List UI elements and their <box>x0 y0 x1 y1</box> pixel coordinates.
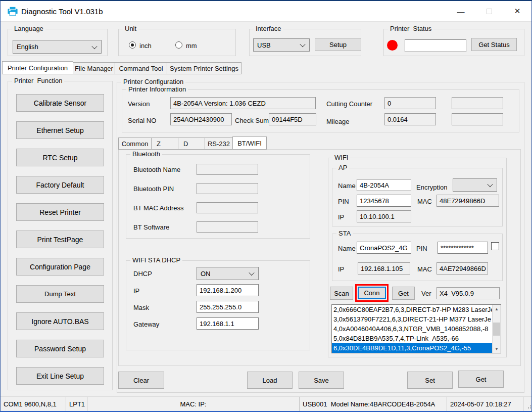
dhcp-mask-field[interactable]: 255.255.255.0 <box>197 301 259 313</box>
get-button-bottom[interactable]: Get <box>458 371 504 388</box>
ignore-autobas-button[interactable]: Ignore AUTO.BAS <box>16 312 104 330</box>
window-controls: — ✕ <box>447 1 531 21</box>
serial-no-label: Serial NO <box>128 117 156 124</box>
reset-printer-button[interactable]: Reset Printer <box>16 203 104 221</box>
scroll-up-icon[interactable]: ▲ <box>493 305 501 313</box>
subtab-btwifi[interactable]: BT/WIFI <box>232 136 267 150</box>
password-setup-button[interactable]: Password Setup <box>16 340 104 357</box>
list-item[interactable]: 2,0x666C80EAF2B7,6,3,DIRECT-b7-HP M283 L… <box>332 305 492 314</box>
chevron-down-icon <box>91 43 97 49</box>
bt-mac-address-label: BT MAC Address <box>133 204 183 212</box>
ethernet-setup-button[interactable]: Ethernet Setup <box>16 121 104 139</box>
get-button-wifi[interactable]: Get <box>392 287 415 300</box>
save-button[interactable]: Save <box>299 372 344 389</box>
wifi-scan-list: 2,0x666C80EAF2B7,6,3,DIRECT-b7-HP M283 L… <box>331 304 501 353</box>
language-select[interactable]: English <box>13 40 102 54</box>
sta-mac-label: MAC <box>417 265 432 273</box>
calibrate-sensor-button[interactable]: Calibrate Sensor <box>16 94 104 112</box>
conn-button[interactable]: Conn <box>358 287 386 299</box>
scan-button[interactable]: Scan <box>330 287 353 300</box>
printer-status-field[interactable] <box>405 39 466 52</box>
list-item[interactable]: 5,0x84D81BB9A535,7,4,TP-Link_A535,-66 <box>332 334 492 343</box>
subtab-common[interactable]: Common <box>118 138 152 150</box>
status-lpt: LPT1 <box>66 397 87 411</box>
status-indicator-icon <box>387 40 398 51</box>
printer-function-buttons: Calibrate Sensor Ethernet Setup RTC Setu… <box>8 81 112 390</box>
list-item[interactable]: 4,0xA0046040A406,6,3,NTGR_VMB_1406852088… <box>332 324 492 334</box>
close-button[interactable]: ✕ <box>503 1 531 21</box>
factory-default-button[interactable]: Factory Default <box>16 176 104 194</box>
minimize-button[interactable]: — <box>447 1 475 21</box>
serial-no-field: 254AOH2430900 <box>170 113 232 125</box>
printer-information-legend: Printer Infoormation <box>126 85 188 94</box>
status-grip-area <box>523 397 531 411</box>
ap-name-field[interactable]: 4B-2054A <box>357 179 411 191</box>
resize-grip[interactable] <box>528 403 529 404</box>
get-status-button[interactable]: Get Status <box>471 38 517 51</box>
printer-function-group: Printer Function Calibrate Sensor Ethern… <box>8 81 113 390</box>
tab-file-manager[interactable]: File Manager <box>73 62 115 74</box>
ap-ip-field: 10.10.100.1 <box>357 210 411 222</box>
sta-mac-field: 4AE72949866D <box>437 262 488 274</box>
setup-button[interactable]: Setup <box>315 38 361 51</box>
interface-select[interactable]: USB <box>253 38 310 52</box>
unit-inch-radio[interactable] <box>129 41 136 49</box>
sta-pin-show-checkbox[interactable] <box>491 242 499 250</box>
ap-encryption-select[interactable] <box>453 178 497 192</box>
unit-inch-label: inch <box>139 42 152 50</box>
printer-configuration-legend: Printer Configuration <box>121 78 185 86</box>
tab-system-printer-settings[interactable]: System Printer Settings <box>167 62 241 74</box>
subtab-rs232[interactable]: RS-232 <box>205 138 233 150</box>
ver-label: Ver <box>421 290 431 297</box>
dump-text-button[interactable]: Dump Text <box>16 285 104 303</box>
print-testpage-button[interactable]: Print TestPage <box>16 231 104 248</box>
exit-line-setup-button[interactable]: Exit Line Setup <box>16 367 104 385</box>
scroll-down-icon[interactable]: ▼ <box>493 345 501 353</box>
check-sum-label: Check Sum <box>235 117 269 124</box>
dhcp-gateway-field[interactable]: 192.168.1.1 <box>197 317 259 330</box>
unit-mm-label: mm <box>186 42 197 50</box>
info-extra-field-2 <box>452 113 503 125</box>
subtab-d[interactable]: D <box>178 138 205 150</box>
sta-name-field[interactable]: CronaPOS2_4G <box>357 242 411 254</box>
wifi-sta-dhcp-legend: WIFI STA DHCP <box>130 256 182 264</box>
version-label: Version <box>128 100 150 108</box>
load-button[interactable]: Load <box>247 372 293 389</box>
maximize-icon <box>487 9 492 14</box>
printer-icon <box>7 6 18 17</box>
list-item-selected[interactable]: 6,0x30DE4BB9DE1D,11,3,CronaPOS2_4G,-55 <box>332 343 492 353</box>
main-tab-bar: Printer Configuration File Manager Comma… <box>2 61 241 74</box>
list-scrollbar[interactable]: ▲ ▼ <box>492 305 501 353</box>
maximize-button[interactable] <box>475 1 503 21</box>
bt-mac-address-field <box>197 202 258 213</box>
clear-button[interactable]: Clear <box>118 372 164 389</box>
ap-pin-field[interactable]: 12345678 <box>357 195 411 207</box>
bluetooth-name-field <box>197 164 258 175</box>
dhcp-ip-label: IP <box>133 287 139 295</box>
language-value: English <box>17 43 38 51</box>
scrollbar-thumb[interactable] <box>493 323 500 336</box>
unit-mm-radio[interactable] <box>175 41 182 49</box>
dhcp-ip-field[interactable]: 192.168.1.200 <box>197 284 259 296</box>
dhcp-value: ON <box>201 270 211 278</box>
interface-legend: Interface <box>254 25 283 33</box>
tab-command-tool[interactable]: Command Tool <box>115 62 167 74</box>
window-title: Diagnostic Tool V1.031b <box>21 7 103 16</box>
dhcp-gateway-label: Gateway <box>133 321 159 328</box>
sta-pin-field[interactable]: ************* <box>438 242 488 254</box>
sta-name-label: Name <box>338 245 356 252</box>
ap-ip-label: IP <box>338 213 344 221</box>
bluetooth-pin-field <box>197 183 258 194</box>
tab-printer-configuration[interactable]: Printer Configuration <box>2 61 73 74</box>
dhcp-select[interactable]: ON <box>197 267 259 280</box>
sta-ip-label: IP <box>338 265 344 273</box>
status-usb-model: USB001 Model Name:4BARCODE4B-2054A <box>300 397 447 411</box>
rtc-setup-button[interactable]: RTC Setup <box>16 149 104 166</box>
set-button[interactable]: Set <box>407 372 453 389</box>
mileage-field: 0.0164 <box>384 113 436 125</box>
check-sum-field: 09144F5D <box>269 113 316 125</box>
printer-status-legend: Printer Status <box>388 25 433 33</box>
subtab-z[interactable]: Z <box>151 138 178 150</box>
list-item[interactable]: 3,0x5613790F7221,6,3,DIRECT-21-HP M377 L… <box>332 314 492 324</box>
configuration-page-button[interactable]: Configuration Page <box>16 258 104 276</box>
